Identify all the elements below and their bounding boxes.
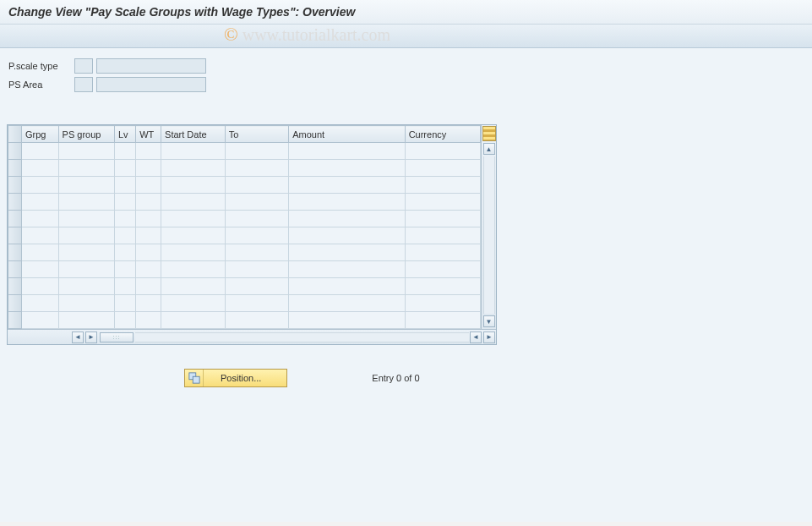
- cell-ps_group[interactable]: [58, 227, 114, 244]
- cell-grpg[interactable]: [22, 295, 59, 312]
- cell-start_date[interactable]: [161, 278, 226, 295]
- cell-wt[interactable]: [136, 143, 161, 160]
- cell-to[interactable]: [225, 143, 289, 160]
- row-selector[interactable]: [8, 160, 22, 177]
- row-selector[interactable]: [8, 295, 22, 312]
- cell-grpg[interactable]: [22, 143, 59, 160]
- cell-grpg[interactable]: [22, 177, 59, 194]
- cell-grpg[interactable]: [22, 261, 59, 278]
- cell-start_date[interactable]: [161, 295, 226, 312]
- cell-lv[interactable]: [114, 177, 135, 194]
- cell-ps_group[interactable]: [58, 160, 114, 177]
- cell-amount[interactable]: [289, 194, 405, 211]
- ps-area-text-input[interactable]: [96, 77, 206, 92]
- scroll-right-end-button[interactable]: ►: [483, 331, 495, 343]
- cell-amount[interactable]: [289, 177, 405, 194]
- cell-grpg[interactable]: [22, 160, 59, 177]
- cell-start_date[interactable]: [161, 227, 226, 244]
- cell-grpg[interactable]: [22, 194, 59, 211]
- cell-currency[interactable]: [405, 278, 480, 295]
- cell-to[interactable]: [225, 227, 289, 244]
- select-all-header[interactable]: [8, 126, 22, 143]
- cell-ps_group[interactable]: [58, 143, 114, 160]
- pscale-type-code-input[interactable]: [74, 58, 93, 74]
- row-selector[interactable]: [8, 177, 22, 194]
- cell-currency[interactable]: [405, 295, 480, 312]
- cell-ps_group[interactable]: [58, 177, 114, 194]
- cell-wt[interactable]: [136, 160, 161, 177]
- cell-ps_group[interactable]: [58, 261, 114, 278]
- cell-currency[interactable]: [405, 227, 480, 244]
- row-selector[interactable]: [8, 261, 22, 278]
- ps-area-code-input[interactable]: [74, 77, 93, 92]
- cell-currency[interactable]: [405, 312, 480, 329]
- cell-wt[interactable]: [136, 211, 161, 227]
- cell-to[interactable]: [225, 211, 289, 227]
- scroll-left-end-button[interactable]: ◄: [470, 331, 482, 343]
- cell-amount[interactable]: [289, 143, 405, 160]
- row-selector[interactable]: [8, 278, 22, 295]
- cell-to[interactable]: [225, 244, 289, 261]
- cell-grpg[interactable]: [22, 312, 59, 329]
- cell-amount[interactable]: [289, 160, 405, 177]
- horizontal-scroll-track[interactable]: [135, 332, 469, 342]
- cell-currency[interactable]: [405, 143, 480, 160]
- cell-amount[interactable]: [289, 312, 405, 329]
- cell-grpg[interactable]: [22, 227, 59, 244]
- cell-wt[interactable]: [136, 244, 161, 261]
- scroll-left-button[interactable]: ◄: [72, 331, 84, 343]
- cell-to[interactable]: [225, 278, 289, 295]
- cell-wt[interactable]: [136, 177, 161, 194]
- cell-currency[interactable]: [405, 177, 480, 194]
- cell-to[interactable]: [225, 177, 289, 194]
- cell-wt[interactable]: [136, 295, 161, 312]
- vertical-scroll-track[interactable]: [483, 156, 495, 314]
- cell-ps_group[interactable]: [58, 194, 114, 211]
- row-selector[interactable]: [8, 194, 22, 211]
- cell-wt[interactable]: [136, 194, 161, 211]
- cell-currency[interactable]: [405, 160, 480, 177]
- cell-ps_group[interactable]: [58, 295, 114, 312]
- cell-to[interactable]: [225, 160, 289, 177]
- row-selector[interactable]: [8, 211, 22, 227]
- cell-amount[interactable]: [289, 295, 405, 312]
- cell-amount[interactable]: [289, 244, 405, 261]
- cell-amount[interactable]: [289, 227, 405, 244]
- cell-start_date[interactable]: [161, 261, 226, 278]
- cell-currency[interactable]: [405, 261, 480, 278]
- cell-to[interactable]: [225, 194, 289, 211]
- cell-lv[interactable]: [114, 244, 135, 261]
- col-to-header[interactable]: To: [225, 126, 289, 143]
- cell-to[interactable]: [225, 261, 289, 278]
- cell-lv[interactable]: [114, 227, 135, 244]
- position-button[interactable]: Position...: [184, 369, 287, 387]
- col-psgroup-header[interactable]: PS group: [58, 126, 114, 143]
- scroll-right-button[interactable]: ►: [85, 331, 97, 343]
- table-settings-icon[interactable]: [482, 126, 496, 141]
- cell-amount[interactable]: [289, 211, 405, 227]
- cell-to[interactable]: [225, 295, 289, 312]
- cell-wt[interactable]: [136, 278, 161, 295]
- cell-lv[interactable]: [114, 160, 135, 177]
- row-selector[interactable]: [8, 244, 22, 261]
- cell-currency[interactable]: [405, 211, 480, 227]
- cell-lv[interactable]: [114, 143, 135, 160]
- cell-start_date[interactable]: [161, 211, 226, 227]
- cell-ps_group[interactable]: [58, 244, 114, 261]
- cell-lv[interactable]: [114, 278, 135, 295]
- col-lv-header[interactable]: Lv: [114, 126, 135, 143]
- col-currency-header[interactable]: Currency: [405, 126, 480, 143]
- col-wt-header[interactable]: WT: [136, 126, 161, 143]
- cell-grpg[interactable]: [22, 244, 59, 261]
- cell-start_date[interactable]: [161, 194, 226, 211]
- cell-wt[interactable]: [136, 227, 161, 244]
- cell-ps_group[interactable]: [58, 278, 114, 295]
- cell-lv[interactable]: [114, 261, 135, 278]
- cell-currency[interactable]: [405, 244, 480, 261]
- row-selector[interactable]: [8, 143, 22, 160]
- cell-start_date[interactable]: [161, 312, 226, 329]
- cell-lv[interactable]: [114, 211, 135, 227]
- row-selector[interactable]: [8, 312, 22, 329]
- pscale-type-text-input[interactable]: [96, 58, 206, 74]
- scroll-down-button[interactable]: ▼: [483, 315, 495, 327]
